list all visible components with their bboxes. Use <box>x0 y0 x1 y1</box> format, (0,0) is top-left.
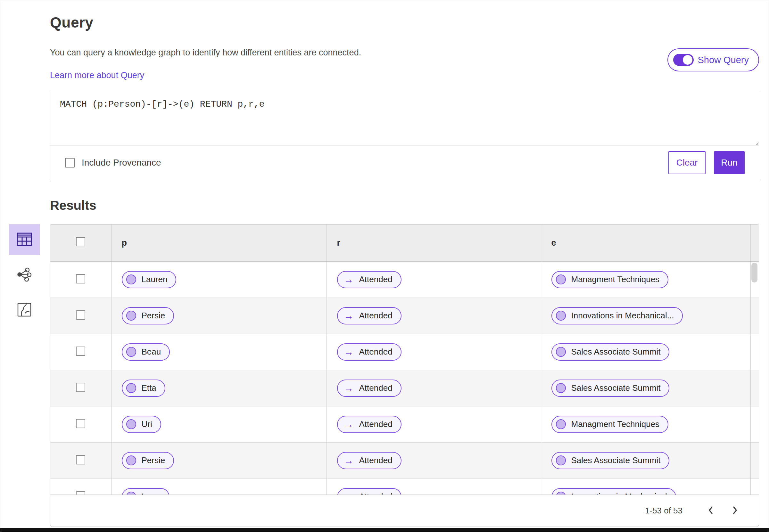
entity-pill[interactable]: Persie <box>122 452 174 469</box>
relationship-pill[interactable]: → Attended <box>337 271 402 288</box>
show-query-label: Show Query <box>698 55 749 65</box>
entity-pill[interactable]: Etta <box>122 380 165 397</box>
entity-pill[interactable]: Managment Techniques <box>552 416 669 433</box>
table-row: Uri → Attended <box>50 406 759 442</box>
arrow-right-icon: → <box>341 275 354 284</box>
entity-pill[interactable]: Sales Associate Summit <box>552 452 670 469</box>
previous-page-button[interactable] <box>702 502 720 520</box>
table-row: Persie → Attended <box>50 442 759 479</box>
query-panel: MATCH (p:Person)-[r]->(e) RETURN p,r,e I… <box>50 92 759 180</box>
select-all-checkbox[interactable] <box>76 237 85 246</box>
node-icon <box>126 419 136 429</box>
entity-pill[interactable]: Larry <box>122 488 169 495</box>
column-header-r: r <box>326 225 541 261</box>
table-view-button[interactable] <box>9 224 40 255</box>
node-icon <box>126 274 136 284</box>
include-provenance-checkbox[interactable]: Include Provenance <box>65 158 161 168</box>
node-icon <box>556 383 566 393</box>
node-icon <box>126 347 136 357</box>
relationship-pill[interactable]: → Attended <box>337 488 402 495</box>
row-checkbox[interactable] <box>76 455 85 464</box>
relationship-pill[interactable]: → Attended <box>337 343 402 361</box>
entity-pill[interactable]: Beau <box>122 343 170 361</box>
row-checkbox[interactable] <box>76 274 85 283</box>
arrow-right-icon: → <box>341 311 354 321</box>
learn-more-link[interactable]: Learn more about Query <box>50 70 144 80</box>
vertical-scrollbar[interactable] <box>751 263 757 282</box>
entity-pill[interactable]: Uri <box>122 416 161 433</box>
results-table-viewport: p r e <box>50 225 759 495</box>
entity-pill[interactable]: Innovations in Mechanical... <box>552 307 683 324</box>
table-header-row: p r e <box>50 225 759 261</box>
show-query-toggle[interactable]: Show Query <box>667 48 759 71</box>
node-icon <box>556 274 566 284</box>
table-row: Beau → Attended <box>50 334 759 370</box>
graph-view-icon <box>17 267 32 282</box>
arrow-right-icon: → <box>341 420 354 429</box>
results-panel: p r e <box>50 224 759 527</box>
relationship-pill[interactable]: → Attended <box>337 380 402 397</box>
row-checkbox[interactable] <box>76 383 85 392</box>
toggle-on-icon[interactable] <box>673 54 694 66</box>
entity-pill[interactable]: Sales Associate Summit <box>552 380 670 397</box>
relationship-pill[interactable]: → Attended <box>337 452 402 469</box>
pagination-range: 1-53 of 53 <box>645 506 683 516</box>
next-page-button[interactable] <box>726 502 744 520</box>
node-icon <box>556 311 566 321</box>
arrow-right-icon: → <box>341 456 354 465</box>
query-editor[interactable]: MATCH (p:Person)-[r]->(e) RETURN p,r,e <box>50 92 759 145</box>
row-checkbox[interactable] <box>76 310 85 320</box>
results-table: p r e <box>50 225 759 495</box>
table-row: Etta → Attended <box>50 370 759 406</box>
chevron-right-icon <box>732 506 738 516</box>
node-icon <box>126 383 136 393</box>
table-view-icon <box>17 233 32 247</box>
arrow-right-icon: → <box>341 383 354 393</box>
pagination-bar: 1-53 of 53 <box>50 495 759 527</box>
results-area: p r e <box>50 224 759 527</box>
column-header-e: e <box>541 225 750 261</box>
column-header-p: p <box>111 225 326 261</box>
arrow-right-icon: → <box>341 347 354 357</box>
entity-pill[interactable]: Managment Techniques <box>552 271 669 288</box>
relationship-pill[interactable]: → Attended <box>337 307 402 324</box>
entity-pill[interactable]: Innovations in Mechanical <box>552 488 676 495</box>
entity-pill[interactable]: Sales Associate Summit <box>552 343 670 361</box>
chevron-left-icon <box>708 506 714 516</box>
node-icon <box>556 347 566 357</box>
entity-pill[interactable]: Persie <box>122 307 174 324</box>
query-actions-bar: Include Provenance Clear Run <box>50 145 759 180</box>
map-view-button[interactable] <box>9 295 40 325</box>
node-icon <box>126 311 136 321</box>
results-title: Results <box>50 198 759 213</box>
node-icon <box>556 419 566 429</box>
run-button[interactable]: Run <box>714 151 745 174</box>
window-bottom-edge <box>0 528 769 532</box>
table-row: Larry → Attended <box>50 479 759 495</box>
row-checkbox[interactable] <box>76 347 85 356</box>
query-page: Query You can query a knowledge graph to… <box>0 0 769 532</box>
entity-pill[interactable]: Lauren <box>122 271 176 288</box>
clear-button[interactable]: Clear <box>668 151 706 174</box>
node-icon <box>126 455 136 465</box>
page-title: Query <box>50 14 759 31</box>
row-checkbox[interactable] <box>76 419 85 428</box>
include-provenance-label: Include Provenance <box>82 158 161 168</box>
node-icon <box>556 455 566 465</box>
page-description: You can query a knowledge graph to ident… <box>50 48 759 58</box>
toggle-knob <box>683 55 692 65</box>
table-row: Lauren → Attended <box>50 261 759 298</box>
map-view-icon <box>17 303 31 318</box>
view-switcher <box>9 224 40 325</box>
relationship-pill[interactable]: → Attended <box>337 416 402 433</box>
checkbox-icon[interactable] <box>65 158 75 168</box>
graph-view-button[interactable] <box>9 259 40 290</box>
table-row: Persie → Attended <box>50 298 759 334</box>
